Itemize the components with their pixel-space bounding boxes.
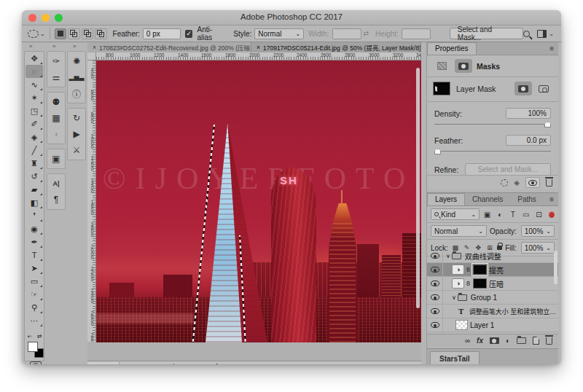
delete-mask-icon[interactable] [546,179,552,187]
canvas-vertical-scrollbar[interactable] [416,68,420,308]
collapse-toolbar-chevrons[interactable]: » [29,43,31,50]
expand-group-icon[interactable]: ∨ [446,253,450,259]
clone-source-panel-icon[interactable]: ▣ [48,151,64,167]
info-panel-icon[interactable]: ⓘ [69,85,85,101]
tool-preset-picker[interactable]: ⌄ [28,30,45,38]
height-input[interactable] [402,28,431,39]
opacity-select[interactable]: 100% ⌄ [521,225,555,237]
tab-layers[interactable]: Layers [427,193,465,205]
refine-select-and-mask-button[interactable]: Select and Mask... [465,163,551,176]
new-layer-icon[interactable] [533,337,539,345]
zoom-tool[interactable]: ⚲ [26,301,43,314]
mask-link-icon[interactable]: 8 [466,280,470,287]
new-adjustment-layer-icon[interactable]: ◐ [506,337,510,345]
add-layer-mask-icon[interactable] [490,337,499,344]
visibility-cell[interactable] [427,277,443,290]
select-pixel-mask-button[interactable] [514,82,532,95]
marquee-tool[interactable]: ◌ [26,65,43,78]
pen-tool[interactable]: ✒ [26,235,43,248]
eyedropper-tool[interactable]: ✐ [26,117,43,130]
mask-properties-button[interactable] [455,59,472,73]
new-group-icon[interactable] [517,337,526,344]
history-brush-tool[interactable]: ↺ [26,170,43,183]
add-vector-mask-button[interactable] [535,82,552,95]
visibility-cell[interactable] [427,291,443,304]
collapse-dock-a-chevrons[interactable]: » [52,43,55,50]
histogram-panel-icon[interactable]: ▂▅▃ [69,69,85,85]
load-selection-from-mask-icon[interactable] [501,179,508,187]
filter-type-layers-icon[interactable]: T [508,209,519,220]
style-select[interactable]: Normal ⌄ [254,28,304,39]
paragraph-panel-icon[interactable]: ¶ [48,192,64,208]
dodge-tool[interactable]: ◉ [26,222,43,235]
swap-dimensions-icon[interactable]: ⇄ [364,30,369,37]
layer-mask-thumbnail[interactable] [433,82,450,95]
adjustment-properties-button[interactable] [433,59,450,73]
density-value-field[interactable]: 100% [506,108,551,119]
workspace-switcher[interactable]: ⌄ [537,30,554,38]
swatches-panel-icon[interactable]: ⚉ [48,94,64,110]
toggle-mask-visibility-button[interactable] [525,177,540,188]
hand-tool[interactable]: ☞ [26,288,43,301]
filter-smart-objects-icon[interactable]: ⊡ [533,209,544,220]
quick-mask-button[interactable] [30,361,42,364]
visibility-cell[interactable] [427,249,443,262]
type-tool[interactable]: T [26,248,43,262]
blur-tool[interactable]: ❜ [26,209,43,222]
tab-properties[interactable]: Properties [427,42,477,55]
close-tab-icon[interactable]: × [257,44,260,51]
feather-value-field[interactable]: 0.0 px [506,135,551,146]
edit-toolbar-button[interactable]: ⋯ [26,314,43,327]
width-input[interactable] [332,28,361,39]
lasso-tool[interactable]: ∿ [26,78,43,91]
add-selection-button[interactable] [68,28,79,39]
filter-kind-select[interactable]: Kind ⌄ [431,208,480,220]
tab-starstail[interactable]: StarsTail [430,351,480,364]
close-tab-icon[interactable]: × [93,44,96,51]
brush-settings-panel-icon[interactable]: ⚌ [48,69,64,85]
magic-wand-tool[interactable]: ✶ [26,91,43,104]
brush-presets-panel-icon[interactable]: ✑ [48,53,64,69]
panel-menu-icon[interactable]: ≡ [549,195,554,203]
brush-tool[interactable]: ╱ [26,144,43,157]
subtract-selection-button[interactable] [82,28,93,39]
document-tab-active[interactable]: × 170917#DSC05214-Edit.jpg @ 50% (提亮, La… [251,42,421,52]
delete-layer-icon[interactable] [546,337,552,345]
layer-row[interactable]: Layer 1 [427,318,558,332]
visibility-cell[interactable] [427,318,443,332]
adjustments-panel-icon[interactable]: ✺ [69,53,85,69]
anti-alias-checkbox[interactable]: ✓ [185,30,193,38]
layer-thumbnail[interactable] [455,320,468,330]
rectangle-tool[interactable]: ▭ [26,275,43,288]
layer-row-type[interactable]: T 调整画笔大小 至和建筑物立面... [427,305,558,318]
layer-mask-thumbnail[interactable] [473,278,487,289]
document-tab-inactive[interactable]: × 170823#DSC02752-Edit-Recovered.jpg @ 2… [87,42,251,52]
curves-adjustment-thumbnail[interactable]: ◑ [452,264,464,275]
layer-row-group[interactable]: ∨ 双曲线调整 [427,249,558,263]
canvas-image[interactable]: ©IJOYERFOTO SH [96,60,421,342]
visibility-cell[interactable] [427,305,443,318]
layer-list-scrollbar[interactable] [554,251,557,284]
filter-pixel-layers-icon[interactable]: ▣ [482,209,493,220]
path-selection-tool[interactable]: ➤ [26,262,43,275]
patterns-panel-icon[interactable]: ▦ [48,110,64,126]
layer-row-adjustment-selected[interactable]: ◑ 8 提亮 [427,263,558,277]
foreground-color-swatch[interactable] [28,342,38,352]
eraser-tool[interactable]: ▰ [26,183,43,196]
filter-shape-layers-icon[interactable]: ▭ [520,209,531,220]
link-layers-icon[interactable]: ∞ [465,337,470,345]
feather-slider[interactable] [434,151,551,152]
select-and-mask-button[interactable]: Select and Mask... [450,28,523,39]
default-colors-icon[interactable]: ▪▫ [28,333,32,340]
mask-link-icon[interactable]: 8 [466,266,470,273]
swap-colors-icon[interactable]: ⇄ [37,333,42,340]
panel-menu-icon[interactable]: ≡ [549,44,554,52]
blend-mode-select[interactable]: Normal ⌄ [431,225,487,237]
curves-adjustment-thumbnail[interactable]: ◑ [452,278,464,289]
expand-group-icon[interactable]: ∨ [452,294,456,301]
new-selection-button[interactable] [55,28,66,39]
tab-paths[interactable]: Paths [510,194,544,205]
layer-row-adjustment[interactable]: ◑ 8 压暗 [427,277,558,291]
density-slider[interactable] [434,124,551,125]
learn-panel-icon[interactable]: ◖ [48,126,64,142]
